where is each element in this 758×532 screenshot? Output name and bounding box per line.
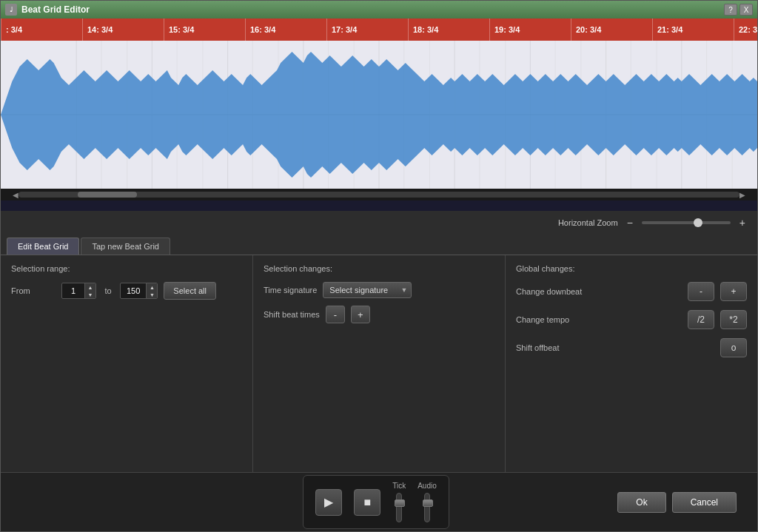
zoom-plus-button[interactable]: + <box>737 217 748 229</box>
tempo-half-button[interactable]: /2 <box>688 310 714 329</box>
zoom-label: Horizontal Zoom <box>558 218 618 227</box>
from-label: From <box>11 286 56 295</box>
help-button[interactable]: ? <box>724 4 737 16</box>
change-tempo-row: Change tempo /2 *2 <box>516 310 747 329</box>
scroll-right-arrow[interactable]: ▶ <box>739 191 745 199</box>
select-signature-dropdown[interactable]: Select signature 4/4 3/4 6/8 <box>323 282 412 298</box>
audio-label: Audio <box>417 482 437 490</box>
waveform-area: : 3/414: 3/415: 3/416: 3/417: 3/418: 3/4… <box>1 18 757 211</box>
selection-changes-panel: Selection changes: Time signature Select… <box>253 255 506 472</box>
shift-beat-minus-button[interactable]: - <box>326 306 345 323</box>
selection-range-panel: Selection range: From 1 ▲ ▼ to 150 ▲ ▼ <box>1 255 253 472</box>
beat-marker: 22: 3/4 <box>734 18 757 41</box>
beat-grid-editor-window: ♩ Beat Grid Editor ? X : 3/414: 3/415: 3… <box>0 0 758 532</box>
from-value: 1 <box>62 284 84 297</box>
tab-tap-new-beat-grid[interactable]: Tap new Beat Grid <box>81 238 170 255</box>
beat-marker: 15: 3/4 <box>164 18 245 41</box>
tick-slider-thumb <box>395 499 405 507</box>
from-down-arrow[interactable]: ▼ <box>85 291 95 298</box>
selection-range-row: From 1 ▲ ▼ to 150 ▲ ▼ Select all <box>11 282 242 300</box>
app-icon: ♩ <box>5 4 17 16</box>
downbeat-minus-button[interactable]: - <box>688 282 714 301</box>
slider-group: Tick Audio <box>392 482 437 522</box>
zoom-slider[interactable] <box>642 221 731 224</box>
shift-offbeat-row: Shift offbeat o <box>516 338 747 357</box>
scroll-left-arrow[interactable]: ◀ <box>13 191 19 199</box>
downbeat-plus-button[interactable]: + <box>720 282 747 301</box>
tab-edit-beat-grid[interactable]: Edit Beat Grid <box>7 238 79 255</box>
audio-slider[interactable] <box>424 493 430 522</box>
tick-slider-col: Tick <box>392 482 406 522</box>
title-bar-buttons: ? X <box>724 4 753 16</box>
beat-marker: 20: 3/4 <box>571 18 652 41</box>
selection-range-title: Selection range: <box>11 264 242 273</box>
time-signature-row: Time signature Select signature 4/4 3/4 … <box>264 282 494 298</box>
shift-beat-row: Shift beat times - + <box>264 306 494 323</box>
bottom-bar: ▶ ■ Tick Audio <box>1 472 757 531</box>
to-arrows: ▲ ▼ <box>146 283 157 298</box>
change-downbeat-row: Change downbeat - + <box>516 282 747 301</box>
cancel-button[interactable]: Cancel <box>672 492 737 513</box>
audio-slider-thumb <box>423 499 433 507</box>
global-changes-panel: Global changes: Change downbeat - + Chan… <box>506 255 757 472</box>
tick-label: Tick <box>392 482 406 490</box>
window-title: Beat Grid Editor <box>21 4 724 15</box>
offbeat-button[interactable]: o <box>720 338 747 357</box>
title-bar: ♩ Beat Grid Editor ? X <box>1 1 757 18</box>
ok-button[interactable]: Ok <box>617 492 665 513</box>
to-label: to <box>102 286 114 295</box>
beat-marker: 21: 3/4 <box>652 18 734 41</box>
time-sig-label: Time signature <box>264 286 317 294</box>
ok-cancel-row: Ok Cancel <box>617 492 737 513</box>
beat-marker: 18: 3/4 <box>408 18 489 41</box>
audio-slider-col: Audio <box>417 482 437 522</box>
downbeat-label: Change downbeat <box>516 287 682 296</box>
beat-marker: 16: 3/4 <box>245 18 326 41</box>
selection-changes-title: Selection changes: <box>264 264 494 273</box>
to-up-arrow[interactable]: ▲ <box>147 283 157 291</box>
stop-button[interactable]: ■ <box>354 489 380 516</box>
select-signature-wrapper: Select signature 4/4 3/4 6/8 <box>323 282 412 298</box>
from-spinner[interactable]: 1 ▲ ▼ <box>61 283 96 299</box>
tempo-double-button[interactable]: *2 <box>720 310 747 329</box>
panels-area: Selection range: From 1 ▲ ▼ to 150 ▲ ▼ <box>1 255 757 472</box>
scrollbar-track[interactable] <box>19 192 739 198</box>
scrollbar-thumb[interactable] <box>78 192 137 198</box>
to-down-arrow[interactable]: ▼ <box>147 291 157 298</box>
offbeat-label: Shift offbeat <box>516 343 714 352</box>
beat-marker: 17: 3/4 <box>326 18 408 41</box>
to-spinner[interactable]: 150 ▲ ▼ <box>120 283 158 299</box>
transport-panel: ▶ ■ Tick Audio <box>303 475 449 529</box>
close-button[interactable]: X <box>739 4 753 16</box>
beat-marker: : 3/4 <box>1 18 82 41</box>
tick-slider[interactable] <box>396 493 402 522</box>
shift-beat-label: Shift beat times <box>264 310 320 319</box>
zoom-slider-thumb[interactable] <box>694 218 702 227</box>
zoom-minus-button[interactable]: − <box>624 217 636 229</box>
beat-marker: 14: 3/4 <box>82 18 164 41</box>
waveform-canvas[interactable] <box>1 41 757 189</box>
from-arrows: ▲ ▼ <box>84 283 95 298</box>
play-button[interactable]: ▶ <box>315 489 342 516</box>
global-changes-title: Global changes: <box>516 264 747 273</box>
scrollbar: ◀ ▶ <box>1 189 757 201</box>
waveform-svg <box>1 41 757 189</box>
beat-marker: 19: 3/4 <box>489 18 571 41</box>
shift-beat-plus-button[interactable]: + <box>351 306 370 323</box>
zoom-row: Horizontal Zoom − + <box>1 211 757 235</box>
from-up-arrow[interactable]: ▲ <box>85 283 95 291</box>
select-all-button[interactable]: Select all <box>164 282 216 300</box>
beat-markers-row: : 3/414: 3/415: 3/416: 3/417: 3/418: 3/4… <box>1 18 757 41</box>
tempo-label: Change tempo <box>516 315 682 324</box>
to-value: 150 <box>121 284 146 297</box>
tabs-row: Edit Beat Grid Tap new Beat Grid <box>1 235 757 255</box>
